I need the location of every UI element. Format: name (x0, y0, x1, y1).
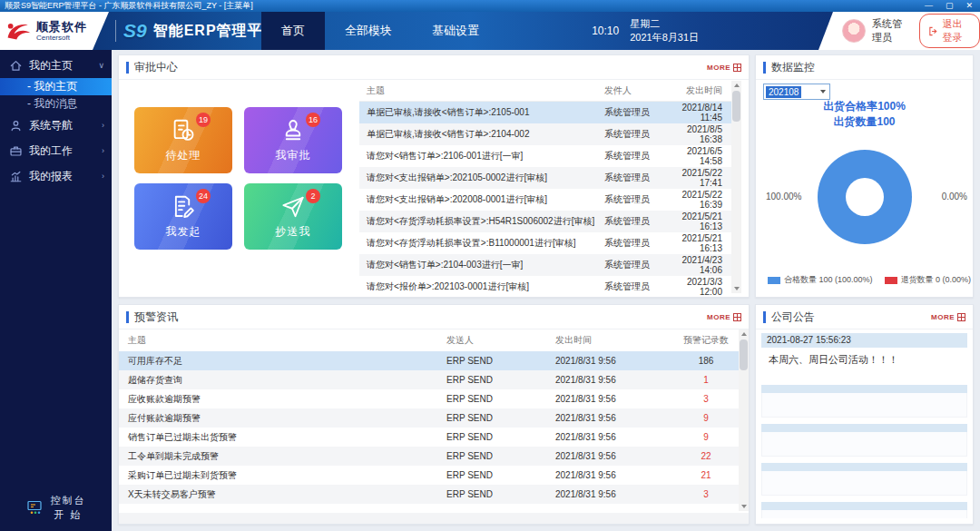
alert-row-1[interactable]: 超储存货查询ERP SEND2021/8/31 9:561 (119, 370, 739, 389)
minimize-icon[interactable]: — (925, 0, 933, 12)
monitor-headline: 出货合格率100% 出货数量100 (756, 99, 973, 130)
alerts-more-button[interactable]: MORE (707, 313, 741, 321)
console-icon (26, 499, 43, 516)
approval-tile-2[interactable]: 24我发起 (134, 183, 232, 250)
logout-button[interactable]: 退出登录 (919, 14, 980, 48)
alerts-table: 主题 发送人 发出时间 预警记录数 可用库存不足ERP SEND2021/8/3… (119, 329, 749, 504)
announcements-more-button[interactable]: MORE (931, 313, 965, 321)
sidebar-item-label: - 我的消息 (27, 97, 77, 110)
scroll-up-icon[interactable] (731, 81, 741, 90)
announcement-item[interactable]: 本周六、周日公司活动！！！ (761, 348, 967, 379)
title-accent-bar (126, 311, 129, 323)
approval-tile-3[interactable]: 2抄送我 (244, 183, 342, 250)
approval-row-0[interactable]: 单据已审核,请接收<销售订单>:2105-001系统管理员2021/8/14 1… (359, 102, 731, 123)
cell-sender: 系统管理员 (604, 237, 664, 250)
nav-tab-0[interactable]: 首页 (261, 12, 325, 50)
alerts-scrollbar (739, 329, 749, 511)
approval-row-5[interactable]: 请您对<存货浮动耗损率设置>:H54R1S006002进行[审核]系统管理员20… (359, 211, 731, 232)
alert-row-7[interactable]: X天未转交易客户预警ERP SEND2021/8/31 9:563 (119, 485, 739, 504)
alert-row-4[interactable]: 销售订单已过期未出货预警ERP SEND2021/8/31 9:569 (119, 428, 739, 447)
logout-label: 退出登录 (942, 17, 971, 44)
badge-count: 16 (306, 113, 320, 127)
sidebar-group-0[interactable]: 我的主页∨ (0, 53, 112, 78)
stamp-icon (279, 117, 307, 144)
alert-row-5[interactable]: 工令单到期未完成预警ERP SEND2021/8/31 9:5622 (119, 447, 739, 466)
approval-row-6[interactable]: 请您对<存货浮动耗损率设置>:B11000001进行[审核]系统管理员2021/… (359, 232, 731, 254)
approval-row-8[interactable]: 请您对<报价单>:202103-0001进行[审核]系统管理员2021/3/3 … (359, 276, 731, 298)
cell-alert-count: 21 (673, 470, 739, 480)
legend-label: 合格数量 100 (100.00%) (784, 274, 873, 286)
announcement-date-empty (761, 502, 967, 510)
report-icon (9, 170, 23, 183)
cell-time: 2021/3/3 12:00 (664, 277, 731, 297)
start-label: 开 始 (51, 507, 86, 522)
cell-alert-count: 1 (673, 375, 739, 385)
alert-row-0[interactable]: 可用库存不足ERP SEND2021/8/31 9:56186 (119, 351, 739, 370)
cell-sender: ERP SEND (446, 489, 555, 499)
sidebar-footer[interactable]: 控制台 开 始 (0, 493, 112, 522)
maximize-icon[interactable]: ▢ (946, 0, 954, 12)
announcement-item-empty (761, 471, 967, 496)
cell-sender: ERP SEND (446, 432, 555, 442)
cell-subject: 销售订单已过期未出货预警 (119, 431, 446, 444)
nav-tab-2[interactable]: 基础设置 (412, 12, 499, 50)
scroll-thumb[interactable] (732, 91, 740, 122)
more-label: MORE (931, 313, 955, 321)
alerts-panel-header: 预警资讯 MORE (119, 305, 749, 329)
sidebar: 我的主页∨- 我的主页- 我的消息系统导航›我的工作›我的报表› 控制台 开 始 (0, 50, 112, 531)
approval-tile-1[interactable]: 16我审批 (244, 107, 342, 173)
date-block: 星期二 2021年8月31日 (630, 17, 699, 44)
announcements-title: 公司公告 (771, 310, 815, 325)
cell-time: 2021/8/14 11:45 (664, 103, 731, 123)
ship-pass-rate: 出货合格率100% (756, 99, 973, 114)
sidebar-item-2[interactable]: - 我的消息 (0, 95, 112, 113)
avatar[interactable] (842, 19, 866, 43)
approval-title: 审批中心 (134, 60, 178, 75)
approval-row-2[interactable]: 请您对<销售订单>:2106-001进行[一审]系统管理员2021/6/5 14… (359, 145, 731, 167)
sidebar-group-3[interactable]: 系统导航› (0, 113, 112, 138)
logout-icon (928, 26, 938, 36)
col-subject: 主题 (359, 84, 604, 97)
sidebar-group-5[interactable]: 我的报表› (0, 163, 112, 189)
cell-time: 2021/4/23 14:06 (664, 255, 731, 275)
s9-logo: S9 (123, 20, 147, 42)
legend-item-0: 合格数量 100 (100.00%) (768, 274, 873, 286)
scroll-down-icon[interactable] (739, 502, 749, 511)
legend-label: 退货数量 0 (0.00%) (901, 274, 972, 286)
period-select[interactable]: 202108 (763, 84, 830, 100)
home-icon (9, 59, 23, 73)
alert-row-6[interactable]: 采购订单已过期未到货预警ERP SEND2021/8/31 9:5621 (119, 466, 739, 485)
nav-tab-1[interactable]: 全部模块 (325, 12, 412, 50)
legend-swatch (768, 277, 780, 284)
cell-subject: 采购订单已过期未到货预警 (119, 469, 446, 482)
scroll-up-icon[interactable] (739, 329, 749, 339)
approval-row-1[interactable]: 单据已审核,请接收<销售订单>:2104-002系统管理员2021/8/5 16… (359, 123, 731, 145)
announcement-item-empty (761, 432, 967, 457)
approval-table: 主题 发件人 发出时间 单据已审核,请接收<销售订单>:2105-001系统管理… (359, 81, 741, 293)
title-accent-bar (763, 311, 766, 323)
col-subject: 主题 (119, 334, 446, 347)
col-sender: 发件人 (604, 84, 664, 97)
cell-sender: ERP SEND (446, 394, 555, 404)
sidebar-item-1[interactable]: - 我的主页 (0, 78, 112, 95)
cell-subject: 可用库存不足 (119, 355, 446, 368)
sidebar-group-4[interactable]: 我的工作› (0, 138, 112, 163)
cell-subject: X天未转交易客户预警 (119, 488, 446, 501)
tile-label: 我审批 (276, 148, 311, 163)
alerts-table-header: 主题 发送人 发出时间 预警记录数 (119, 329, 739, 351)
approval-tile-0[interactable]: 19待处理 (134, 107, 232, 173)
scroll-down-icon[interactable] (731, 284, 741, 293)
cell-time: 2021/5/22 17:41 (664, 168, 731, 188)
approval-more-button[interactable]: MORE (707, 64, 741, 72)
cell-time: 2021/8/31 9:56 (555, 394, 673, 404)
cell-sender: 系统管理员 (604, 280, 664, 293)
alert-row-3[interactable]: 应付账款逾期预警ERP SEND2021/8/31 9:569 (119, 408, 739, 428)
scroll-thumb[interactable] (740, 339, 748, 370)
approval-row-7[interactable]: 请您对<销售订单>:2104-003进行[一审]系统管理员2021/4/23 1… (359, 254, 731, 276)
approval-row-4[interactable]: 请您对<支出报销单>:202008-0001进行[审核]系统管理员2021/5/… (359, 189, 731, 211)
tile-label: 待处理 (166, 148, 201, 163)
approval-row-3[interactable]: 请您对<支出报销单>:202105-0002进行[审核]系统管理员2021/5/… (359, 167, 731, 189)
close-icon[interactable]: ✕ (965, 0, 973, 12)
doc-clock-icon (170, 117, 197, 144)
alert-row-2[interactable]: 应收账款逾期预警ERP SEND2021/8/31 9:563 (119, 389, 739, 408)
